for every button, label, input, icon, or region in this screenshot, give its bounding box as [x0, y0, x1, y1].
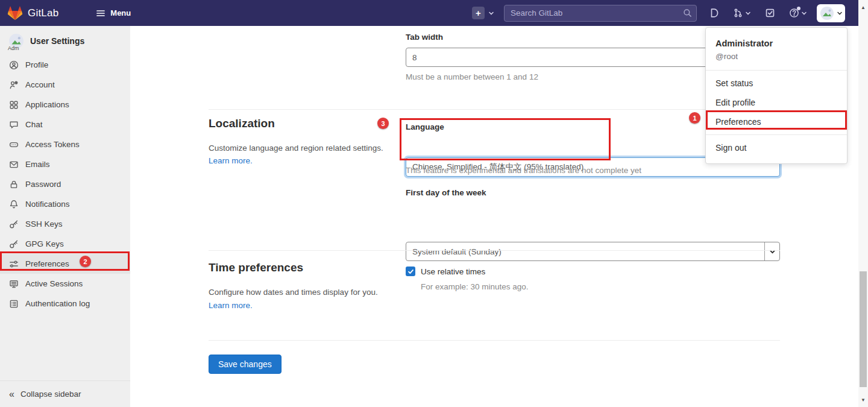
lock-icon	[9, 180, 19, 189]
scrollbar-thumb[interactable]	[860, 271, 867, 387]
sidebar-item-authentication-log[interactable]: Authentication log	[0, 294, 130, 314]
profile-icon	[9, 60, 19, 70]
sidebar-item-ssh-keys[interactable]: SSH Keys	[0, 214, 130, 234]
preferences-sliders-icon	[9, 259, 19, 269]
menu-button[interactable]: Menu	[96, 8, 131, 18]
log-list-icon	[9, 299, 19, 309]
brand-title: GitLab	[28, 7, 58, 19]
merge-requests-dropdown[interactable]	[733, 8, 751, 18]
sidebar-title: User Settings	[30, 36, 84, 46]
double-chevron-left-icon: «	[9, 389, 14, 400]
search-icon	[683, 8, 692, 17]
key-icon	[9, 219, 19, 229]
menu-item-edit-profile[interactable]: Edit profile	[706, 93, 847, 112]
top-navbar: GitLab Menu +	[0, 0, 858, 26]
chat-bubble-icon	[9, 120, 19, 130]
relative-times-checkbox[interactable]	[406, 267, 415, 276]
page-scrollbar[interactable]: ▲ ▼	[858, 0, 868, 407]
menu-item-preferences[interactable]: Preferences	[706, 112, 847, 131]
sidebar-item-emails[interactable]: Emails	[0, 154, 130, 174]
check-icon	[407, 268, 414, 275]
user-avatar-menu-button[interactable]	[817, 4, 845, 22]
sidebar-item-account[interactable]: Account	[0, 75, 130, 95]
sidebar-item-gpg-keys[interactable]: GPG Keys	[0, 234, 130, 254]
time-preferences-description: Configure how dates and times display fo…	[209, 288, 397, 297]
new-item-dropdown[interactable]: +	[472, 7, 494, 19]
search-input[interactable]	[504, 5, 697, 22]
collapse-sidebar-button[interactable]: « Collapse sidebar	[0, 380, 130, 407]
tab-width-label: Tab width	[406, 33, 443, 42]
user-name: Administrator	[715, 39, 837, 48]
first-day-label: First day of the week	[406, 188, 486, 197]
menu-item-set-status[interactable]: Set status	[706, 74, 847, 93]
bell-icon	[9, 200, 19, 209]
section-divider	[209, 340, 780, 341]
sidebar-item-password[interactable]: Password	[0, 174, 130, 194]
menu-divider	[706, 70, 847, 71]
issues-icon[interactable]	[709, 8, 719, 18]
section-divider	[209, 250, 780, 251]
language-help: This feature is experimental and transla…	[406, 166, 641, 175]
access-tokens-icon	[9, 140, 19, 150]
global-search	[504, 5, 697, 22]
todos-icon[interactable]	[765, 8, 775, 18]
sidebar-item-preferences[interactable]: Preferences	[0, 254, 130, 274]
save-changes-button[interactable]: Save changes	[209, 355, 281, 374]
time-preferences-learn-more-link[interactable]: Learn more.	[209, 301, 253, 310]
sidebar-item-chat[interactable]: Chat	[0, 115, 130, 134]
key-icon	[9, 239, 19, 249]
chevron-down-icon	[745, 10, 751, 16]
gitlab-tanuki-logo-icon	[7, 5, 23, 21]
avatar-alt-text: Adm	[8, 45, 19, 51]
merge-request-icon	[733, 8, 743, 18]
user-avatar	[820, 6, 834, 21]
tab-width-help: Must be a number between 1 and 12	[406, 72, 538, 81]
user-dropdown-menu: Administrator @root Set status Edit prof…	[705, 27, 848, 164]
gitlab-home-link[interactable]: GitLab	[7, 5, 58, 21]
menu-item-sign-out[interactable]: Sign out	[706, 138, 847, 157]
sidebar-item-applications[interactable]: Applications	[0, 95, 130, 115]
applications-grid-icon	[9, 100, 19, 110]
user-avatar: Adm	[8, 33, 24, 49]
user-username: @root	[715, 52, 837, 61]
menu-label: Menu	[110, 8, 131, 17]
relative-times-label: Use relative times	[421, 267, 485, 276]
localization-title: Localization	[209, 117, 275, 130]
notification-dot	[797, 7, 800, 10]
chevron-down-icon	[837, 10, 843, 16]
hamburger-icon	[96, 8, 105, 18]
plus-icon: +	[472, 7, 485, 19]
sidebar-item-profile[interactable]: Profile	[0, 55, 130, 75]
localization-description: Customize language and region related se…	[209, 144, 397, 153]
section-divider	[209, 109, 780, 110]
scroll-down-arrow-icon[interactable]: ▼	[858, 395, 868, 405]
monitor-icon	[9, 279, 19, 289]
menu-divider	[706, 134, 847, 135]
account-icon	[9, 80, 19, 90]
localization-learn-more-link[interactable]: Learn more.	[209, 156, 253, 165]
first-day-select[interactable]: System default (Sunday)	[406, 242, 780, 261]
sidebar-nav: Profile Account Applications Chat Access…	[0, 55, 130, 314]
sidebar-context-header[interactable]: Adm User Settings	[0, 26, 130, 55]
help-dropdown[interactable]	[789, 8, 807, 18]
email-icon	[9, 160, 19, 169]
chevron-down-icon	[764, 242, 779, 260]
sidebar-item-access-tokens[interactable]: Access Tokens	[0, 134, 130, 154]
sidebar-item-active-sessions[interactable]: Active Sessions	[0, 274, 130, 294]
relative-times-help: For example: 30 minutes ago.	[421, 282, 529, 291]
settings-sidebar: Adm User Settings Profile Account Applic…	[0, 26, 130, 407]
chevron-down-icon	[801, 10, 807, 16]
user-dropdown-header: Administrator @root	[706, 31, 847, 67]
language-label: Language	[406, 122, 444, 131]
sidebar-item-notifications[interactable]: Notifications	[0, 194, 130, 214]
chevron-down-icon	[488, 10, 494, 16]
scroll-up-arrow-icon[interactable]: ▲	[858, 2, 868, 12]
time-preferences-title: Time preferences	[209, 261, 303, 274]
